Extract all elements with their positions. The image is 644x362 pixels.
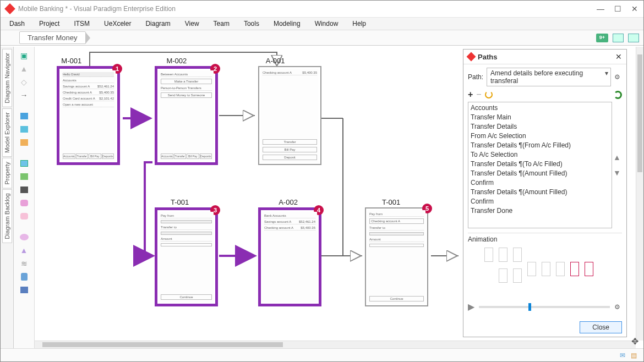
menubar: Dash Project ITSM UeXceler Diagram View … bbox=[1, 17, 643, 30]
side-tab-strip: Diagram Navigator Model Explorer Propert… bbox=[1, 47, 14, 348]
mail-icon[interactable]: ✉ bbox=[620, 352, 625, 359]
node-code: M-001 bbox=[57, 57, 86, 65]
list-item[interactable]: Transfer Details ¶(To A/c Filled) bbox=[471, 160, 609, 169]
palette-cursor-icon[interactable]: ▣ bbox=[18, 51, 30, 60]
titlebar: Mobile Banking * - Visual Paradigm Enter… bbox=[1, 1, 643, 17]
menu-modeling[interactable]: Modeling bbox=[274, 20, 301, 28]
node-accounts[interactable]: M-001 1 Hello David Accounts Savings acc… bbox=[57, 57, 86, 74]
path-settings-icon[interactable]: ⚙ bbox=[614, 73, 622, 81]
palette: ▣ ▲ ◇ → ▲ ≋ bbox=[14, 47, 35, 348]
palette-panel-icon[interactable] bbox=[18, 159, 30, 168]
node-ac-details[interactable]: A-001 Checking account A $5,400.35 Trans… bbox=[258, 57, 292, 74]
layout-icon-2[interactable] bbox=[628, 34, 639, 42]
palette-arrow-up-icon[interactable]: ▲ bbox=[18, 64, 30, 73]
side-tab-property[interactable]: Property bbox=[2, 158, 12, 189]
horizontal-scrollbar[interactable] bbox=[35, 341, 636, 348]
paths-title: Paths bbox=[478, 53, 615, 61]
palette-table-icon[interactable] bbox=[18, 138, 30, 147]
list-item[interactable]: Accounts bbox=[471, 103, 609, 113]
paths-panel: Paths ✕ Path: Amend details before execu… bbox=[463, 49, 627, 337]
app-icon bbox=[4, 3, 15, 14]
path-remove-icon[interactable]: − bbox=[476, 90, 481, 100]
list-item[interactable]: Transfer Details bbox=[471, 122, 609, 131]
paths-icon bbox=[467, 52, 476, 62]
layout-icon-1[interactable] bbox=[613, 34, 624, 42]
menu-uexceler[interactable]: UeXceler bbox=[104, 20, 131, 28]
node-transfer-details[interactable]: T-001 3 Pay from Transfer to Amount Cont… bbox=[155, 198, 205, 216]
side-tab-model-explorer[interactable]: Model Explorer bbox=[2, 108, 12, 157]
path-cycle-icon[interactable] bbox=[614, 91, 622, 99]
side-tab-navigator[interactable]: Diagram Navigator bbox=[2, 49, 12, 107]
menu-dash[interactable]: Dash bbox=[9, 20, 25, 28]
palette-triangle-icon[interactable]: ▲ bbox=[18, 246, 30, 255]
statusbar: ✉ ▤ bbox=[1, 348, 643, 361]
menu-window[interactable]: Window bbox=[315, 20, 339, 28]
node-transfer-details-filled[interactable]: T-001 5 Pay from Checking account A Tran… bbox=[365, 198, 417, 223]
list-item[interactable]: Transfer Done bbox=[471, 206, 609, 216]
app-window: Mobile Banking * - Visual Paradigm Enter… bbox=[0, 0, 644, 362]
menu-tools[interactable]: Tools bbox=[244, 20, 259, 28]
list-item[interactable]: From A/c Selection bbox=[471, 131, 609, 141]
menu-project[interactable]: Project bbox=[39, 20, 59, 28]
path-add-icon[interactable]: + bbox=[468, 90, 473, 100]
wireframe: 1 Hello David Accounts Savings account A… bbox=[57, 66, 120, 165]
menu-itsm[interactable]: ITSM bbox=[74, 20, 90, 28]
menu-view[interactable]: View bbox=[185, 20, 199, 28]
path-select[interactable]: Amend details before executing transfera… bbox=[487, 68, 611, 86]
minimize-button[interactable]: — bbox=[597, 4, 604, 13]
topbar: Transfer Money 9+ bbox=[1, 30, 643, 46]
path-refresh-icon[interactable] bbox=[485, 91, 493, 98]
palette-db-icon[interactable] bbox=[18, 272, 30, 281]
menu-diagram[interactable]: Diagram bbox=[145, 20, 170, 28]
play-icon[interactable]: ▶ bbox=[468, 301, 474, 312]
move-up-icon[interactable]: ▲ bbox=[613, 153, 621, 162]
list-item[interactable]: Transfer Details ¶(From A/c Filled) bbox=[471, 141, 609, 150]
node-transfer-main[interactable]: M-002 2 Between Accounts Make a Transfer… bbox=[155, 57, 199, 74]
palette-rounded-icon[interactable] bbox=[18, 212, 30, 221]
palette-image-icon[interactable] bbox=[18, 172, 30, 181]
animation-label: Animation bbox=[468, 235, 622, 243]
palette-diamond-icon[interactable]: ◇ bbox=[18, 78, 30, 86]
path-label: Path: bbox=[468, 73, 483, 81]
list-item[interactable]: Transfer Details ¶(Amount Filled) bbox=[471, 169, 609, 178]
animation-settings-icon[interactable]: ⚙ bbox=[614, 303, 622, 311]
node-from-ac-selection[interactable]: A-002 4 Bank Accounts Savings account A … bbox=[258, 198, 318, 216]
close-window-button[interactable]: ✕ bbox=[631, 4, 638, 13]
palette-grid-icon[interactable] bbox=[18, 125, 30, 134]
move-down-icon[interactable]: ▼ bbox=[613, 168, 621, 177]
palette-speech-icon[interactable] bbox=[18, 199, 30, 207]
palette-arrow-right-icon[interactable]: → bbox=[18, 91, 30, 100]
list-item[interactable]: Transfer Details ¶(Amount Filled) bbox=[471, 188, 609, 197]
close-button[interactable]: Close bbox=[580, 321, 622, 333]
palette-folder-icon[interactable] bbox=[18, 112, 30, 120]
note-icon[interactable]: ▤ bbox=[631, 352, 637, 359]
list-item[interactable]: Confirm bbox=[471, 178, 609, 188]
palette-zigzag-icon[interactable]: ≋ bbox=[18, 259, 30, 268]
maximize-button[interactable]: ☐ bbox=[614, 4, 621, 13]
notify-icon[interactable]: 9+ bbox=[596, 34, 608, 42]
menu-help[interactable]: Help bbox=[352, 20, 366, 28]
window-title: Mobile Banking * - Visual Paradigm Enter… bbox=[18, 5, 597, 13]
palette-cube-icon[interactable] bbox=[18, 286, 30, 294]
paths-close-icon[interactable]: ✕ bbox=[615, 52, 622, 61]
side-tab-backlog[interactable]: Diagram Backlog bbox=[2, 189, 12, 243]
animation-preview bbox=[468, 245, 622, 298]
list-item[interactable]: Confirm bbox=[471, 197, 609, 206]
breadcrumb[interactable]: Transfer Money bbox=[19, 31, 86, 44]
canvas[interactable]: M-001 1 Hello David Accounts Savings acc… bbox=[35, 47, 643, 348]
vertical-scrollbar[interactable] bbox=[636, 47, 643, 341]
resize-grip-icon[interactable] bbox=[631, 336, 641, 346]
palette-ellipse-icon[interactable] bbox=[18, 233, 30, 242]
palette-camera-icon[interactable] bbox=[18, 185, 30, 194]
path-list[interactable]: Accounts Transfer Main Transfer Details … bbox=[468, 102, 612, 228]
list-item[interactable]: To A/c Selection bbox=[471, 150, 609, 160]
animation-slider[interactable] bbox=[479, 306, 610, 308]
menu-team[interactable]: Team bbox=[214, 20, 230, 28]
list-item[interactable]: Transfer Main bbox=[471, 113, 609, 122]
